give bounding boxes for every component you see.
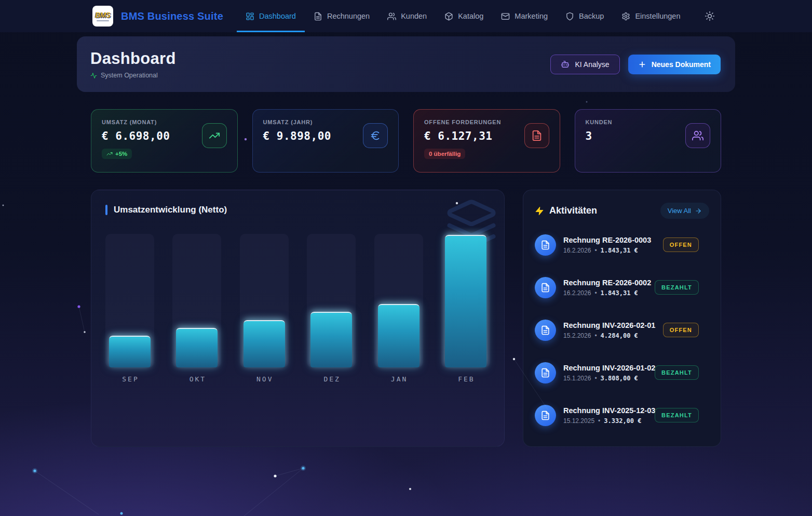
activity-date: 16.2.2026 [563,289,591,297]
meta-separator: • [594,332,597,339]
bar-chart: SEPOKTNOVDEZJANFEB [105,234,490,383]
bar-column-sep: SEP [105,234,154,383]
nav-item-kunden[interactable]: Kunden [378,0,436,32]
page-header: Dashboard System Operational KI Analyse … [77,36,735,92]
activity-main: Rechnung RE-2026-000316.2.2026•1.843,31 … [563,236,656,254]
activity-meta: 16.2.2026•1.843,31 € [563,247,656,254]
zap-icon [535,206,544,216]
ki-analyse-label: KI Analyse [575,60,609,69]
users-icon [387,12,396,21]
stats-row: UMSATZ (MONAT)€ 6.698,00+5%UMSATZ (JAHR)… [91,109,721,173]
activity-status-badge: OFFEN [663,237,699,252]
nav-item-label: Katalog [458,12,483,20]
app-logo-text: BMS [95,11,111,19]
bar-column-nov: NOV [240,234,289,383]
activity-title: Rechnung INV-2026-01-02 [563,364,647,372]
bar-jan[interactable] [378,304,419,367]
bot-icon [561,60,570,69]
activities-title: Aktivitäten [549,205,597,216]
revenue-chart-card: Umsatzentwicklung (Netto) SEPOKTNOVDEZJA… [91,190,505,447]
ki-analyse-button[interactable]: KI Analyse [550,55,619,74]
invoice-file-icon [540,411,550,420]
bar-column-jan: JAN [374,234,423,383]
plus-icon [638,60,646,69]
activities-panel: Aktivitäten View All Rechnung RE-2026-00… [523,190,721,447]
activities-title-wrap: Aktivitäten [535,205,597,216]
activity-title: Rechnung RE-2026-0003 [563,236,656,244]
system-status-label: System Operational [101,72,158,79]
activity-amount: 4.284,00 € [601,332,638,339]
page-title: Dashboard [90,49,176,68]
nav-item-katalog[interactable]: Katalog [436,0,492,32]
bar-track [240,234,289,367]
dashboard-grid-icon [246,12,254,21]
activities-header: Aktivitäten View All [535,203,709,219]
invoice-file-icon [531,130,543,141]
activity-amount: 1.843,31 € [601,247,638,254]
activity-item-rechnung-inv-2026-02-01[interactable]: Rechnung INV-2026-02-0115.2.2026•4.284,0… [535,309,709,351]
bar-dez[interactable] [310,312,352,367]
nav-item-rechnungen[interactable]: Rechnungen [305,0,378,32]
content-row: Umsatzentwicklung (Netto) SEPOKTNOVDEZJA… [91,190,721,447]
meta-separator: • [594,289,597,297]
activity-avatar [535,362,556,383]
activity-avatar [535,234,556,256]
invoice-file-icon [540,283,550,293]
main-content: Dashboard System Operational KI Analyse … [77,36,735,447]
stat-badge: 0 überfällig [424,149,465,159]
app-logo-subline [97,20,109,21]
trending-up-icon [209,130,220,141]
sun-icon [705,11,715,21]
activity-item-rechnung-inv-2025-12-03[interactable]: Rechnung INV-2025-12-0315.12.2025•3.332,… [535,394,709,436]
bar-column-dez: DEZ [307,234,356,383]
activity-date: 15.1.2026 [563,375,591,382]
activity-main: Rechnung INV-2026-01-0215.1.2026•3.808,0… [563,364,647,382]
package-icon [444,12,453,21]
nav-item-label: Dashboard [259,12,296,20]
activity-date: 15.2.2026 [563,332,591,339]
nav-item-backup[interactable]: Backup [557,0,613,32]
bar-label: FEB [441,375,490,383]
bar-feb[interactable] [445,235,486,367]
theme-toggle-button[interactable] [700,6,720,26]
nav-item-label: Kunden [401,12,427,20]
activity-amount: 1.843,31 € [601,289,638,297]
trending-up-icon [106,151,113,157]
activity-meta: 15.1.2026•3.808,00 € [563,375,647,382]
stat-icon-box [202,123,227,148]
neues-dokument-button[interactable]: Neues Dokument [628,55,721,74]
activity-avatar [535,320,556,341]
stat-badge: +5% [102,149,132,159]
nav-item-marketing[interactable]: Marketing [492,0,557,32]
view-all-button[interactable]: View All [660,203,709,219]
chart-accent-bar [105,205,107,215]
activity-status-badge: OFFEN [663,323,699,337]
nav-item-einstellungen[interactable]: Einstellungen [613,0,689,32]
activity-item-rechnung-re-2026-0003[interactable]: Rechnung RE-2026-000316.2.2026•1.843,31 … [535,223,709,266]
brand-home-link[interactable]: BMS BMS Business Suite [92,6,223,27]
chart-header: Umsatzentwicklung (Netto) [105,205,490,215]
bar-nov[interactable] [243,320,285,367]
activity-item-rechnung-inv-2026-01-02[interactable]: Rechnung INV-2026-01-0215.1.2026•3.808,0… [535,351,709,394]
stat-icon-box [524,123,549,148]
nav-item-dashboard[interactable]: Dashboard [237,0,305,32]
activity-title: Rechnung INV-2025-12-03 [563,406,647,415]
bar-label: NOV [240,375,289,383]
arrow-right-icon [695,207,702,215]
invoice-file-icon [540,240,550,250]
bar-track [374,234,423,367]
bar-sep[interactable] [109,336,151,367]
invoice-file-icon [314,12,322,21]
bar-okt[interactable] [176,328,218,367]
bar-column-okt: OKT [172,234,221,383]
invoice-file-icon [540,368,550,378]
activity-item-rechnung-re-2026-0002[interactable]: Rechnung RE-2026-000216.2.2026•1.843,31 … [535,266,709,309]
view-all-label: View All [668,207,691,215]
stat-badge-label: +5% [115,151,127,157]
stat-card-kunden: KUNDEN3 [575,109,722,173]
stat-card-offene-forderungen: OFFENE FORDERUNGEN€ 6.127,310 überfällig [413,109,560,173]
stat-card-umsatz-jahr-: UMSATZ (JAHR)€ 9.898,00 [252,109,399,173]
nav-item-label: Rechnungen [327,12,370,20]
users-icon [692,130,703,141]
bar-track [172,234,221,367]
